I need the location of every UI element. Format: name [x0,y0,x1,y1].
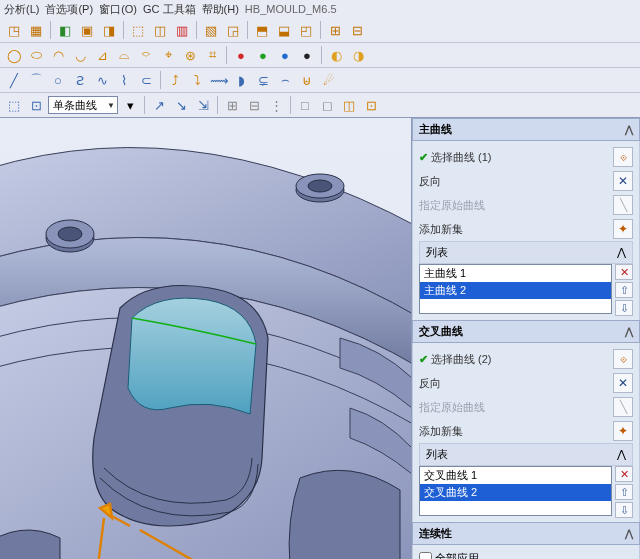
tool-icon[interactable]: ◑ [348,45,368,65]
sel-icon[interactable]: ⋮ [266,95,286,115]
tool-icon[interactable]: ⊛ [180,45,200,65]
move-down-icon[interactable]: ⇩ [615,502,633,518]
orig-curve-label: 指定原始曲线 [419,198,609,213]
all-apply-checkbox[interactable]: 全部应用 [419,551,479,559]
tool-icon[interactable]: ⌗ [202,45,222,65]
tool-icon[interactable]: ◧ [55,20,75,40]
curve-icon[interactable]: ╱ [4,70,24,90]
sel-icon[interactable]: ▾ [120,95,140,115]
curve-icon[interactable]: Ƨ [70,70,90,90]
tool-icon[interactable]: ◯ [4,45,24,65]
curve-icon[interactable]: ⊌ [297,70,317,90]
tool-icon[interactable]: ● [275,45,295,65]
sel-icon[interactable]: ⊞ [222,95,242,115]
sel-icon[interactable]: ↘ [171,95,191,115]
list-item[interactable]: 主曲线 2 [420,282,611,299]
sel-icon[interactable]: ↗ [149,95,169,115]
tool-icon[interactable]: ⌖ [158,45,178,65]
tool-icon[interactable]: ▣ [77,20,97,40]
group-head-main-curve[interactable]: 主曲线 ⋀ [412,118,640,141]
list-item[interactable]: 交叉曲线 1 [420,467,611,484]
tool-icon[interactable]: ⬭ [26,45,46,65]
group-body-cross: ✔选择曲线 (2) ⟐ 反向 ✕ 指定原始曲线 ╲ 添加新集 ✦ 列表 ⋀ 交 [412,343,640,522]
curve-icon[interactable]: ⌒ [26,70,46,90]
curve-icon[interactable]: ○ [48,70,68,90]
curve-icon[interactable]: ∿ [92,70,112,90]
curve-icon[interactable]: ⤴ [165,70,185,90]
tool-icon[interactable]: ◐ [326,45,346,65]
sel-icon[interactable]: ⇲ [193,95,213,115]
sel-icon[interactable]: ◻ [317,95,337,115]
tool-icon[interactable]: ⌔ [136,45,156,65]
tool-icon[interactable]: ◰ [296,20,316,40]
curve-icon[interactable]: ◗ [231,70,251,90]
list-head-main[interactable]: 列表 ⋀ [419,241,633,264]
tool-icon[interactable]: ▦ [26,20,46,40]
delete-icon[interactable]: ✕ [615,466,633,482]
curve-type-combo[interactable]: 单条曲线 [48,96,118,114]
checkbox-input[interactable] [419,552,432,559]
tool-icon[interactable]: ● [297,45,317,65]
curve-icon[interactable]: ☄ [319,70,339,90]
move-up-icon[interactable]: ⇧ [615,484,633,500]
tool-icon[interactable]: ◨ [99,20,119,40]
reverse-label: 反向 [419,376,609,391]
orig-curve-icon[interactable]: ╲ [613,397,633,417]
reverse-label: 反向 [419,174,609,189]
reverse-icon[interactable]: ✕ [613,171,633,191]
tool-icon[interactable]: ◲ [223,20,243,40]
tool-icon[interactable]: ⊿ [92,45,112,65]
add-set-icon[interactable]: ✦ [613,421,633,441]
tool-icon[interactable]: ⊟ [347,20,367,40]
tool-icon[interactable]: ● [253,45,273,65]
sel-icon[interactable]: ⊟ [244,95,264,115]
menu-help[interactable]: 帮助(H) [202,2,239,17]
list-head-cross[interactable]: 列表 ⋀ [419,443,633,466]
tool-icon[interactable]: ⬒ [252,20,272,40]
menu-prefs[interactable]: 首选项(P) [45,2,93,17]
move-up-icon[interactable]: ⇧ [615,282,633,298]
tool-icon[interactable]: ◳ [4,20,24,40]
curve-icon[interactable]: ⤵ [187,70,207,90]
reverse-icon[interactable]: ✕ [613,373,633,393]
sel-icon[interactable]: □ [295,95,315,115]
main-curve-list[interactable]: 主曲线 1 主曲线 2 [419,264,612,314]
tool-icon[interactable]: ▥ [172,20,192,40]
menu-window[interactable]: 窗口(O) [99,2,137,17]
tool-icon[interactable]: ⬓ [274,20,294,40]
list-item[interactable]: 交叉曲线 2 [420,484,611,501]
collapse-icon: ⋀ [617,448,626,461]
move-down-icon[interactable]: ⇩ [615,300,633,316]
pick-curve-icon[interactable]: ⟐ [613,147,633,167]
curve-icon[interactable]: ⌢ [275,70,295,90]
sel-icon[interactable]: ⊡ [361,95,381,115]
tool-icon[interactable]: ⬚ [128,20,148,40]
menu-analyze[interactable]: 分析(L) [4,2,39,17]
list-item[interactable]: 主曲线 1 [420,265,611,282]
add-set-icon[interactable]: ✦ [613,219,633,239]
tool-icon[interactable]: ◫ [150,20,170,40]
delete-icon[interactable]: ✕ [615,264,633,280]
curve-icon[interactable]: ⊊ [253,70,273,90]
curve-icon[interactable]: ⌇ [114,70,134,90]
orig-curve-icon[interactable]: ╲ [613,195,633,215]
curve-icon[interactable]: ⟿ [209,70,229,90]
sel-icon[interactable]: ⊡ [26,95,46,115]
3d-viewport[interactable] [0,118,412,559]
tool-icon[interactable]: ◡ [70,45,90,65]
cross-curve-list[interactable]: 交叉曲线 1 交叉曲线 2 [419,466,612,516]
pick-curve-icon[interactable]: ⟐ [613,349,633,369]
group-head-cross-curve[interactable]: 交叉曲线 ⋀ [412,320,640,343]
collapse-icon: ⋀ [625,528,633,539]
tool-icon[interactable]: ▧ [201,20,221,40]
check-icon: ✔ [419,353,428,365]
sel-icon[interactable]: ⬚ [4,95,24,115]
group-head-continuity[interactable]: 连续性 ⋀ [412,522,640,545]
tool-icon[interactable]: ⌓ [114,45,134,65]
tool-icon[interactable]: ◠ [48,45,68,65]
tool-icon[interactable]: ⊞ [325,20,345,40]
menu-gctool[interactable]: GC 工具箱 [143,2,196,17]
tool-icon[interactable]: ● [231,45,251,65]
sel-icon[interactable]: ◫ [339,95,359,115]
curve-icon[interactable]: ⊂ [136,70,156,90]
